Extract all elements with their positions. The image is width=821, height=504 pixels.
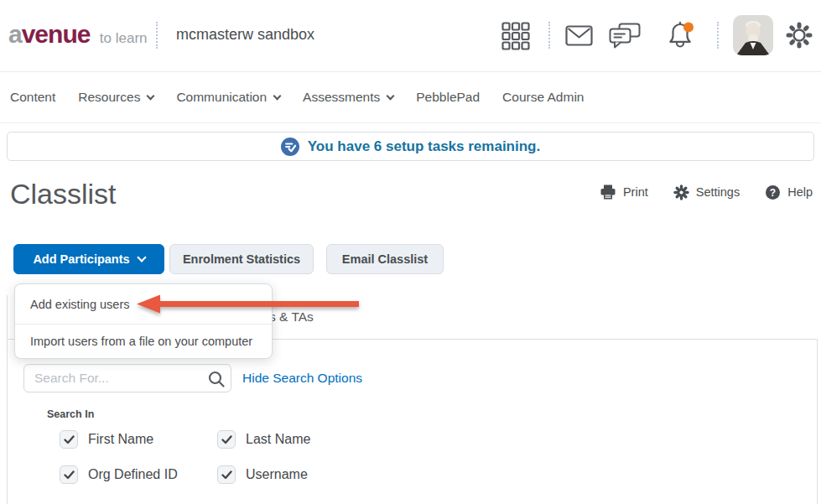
user-avatar[interactable] [733,15,773,55]
chevron-down-icon [387,91,395,100]
checkbox-checked-icon[interactable] [217,465,236,484]
checkbox-org-defined-id[interactable]: Org Defined ID [60,465,178,484]
chevron-down-icon [273,91,282,100]
checkbox-checked-icon[interactable] [60,430,78,449]
logo-suffix: to learn [100,30,148,46]
print-icon [600,184,616,200]
setup-tasks-text[interactable]: You have 6 setup tasks remaining. [308,138,540,155]
top-bar: avenue to learn mcmasterw sandbox [0,0,821,72]
nav-course-admin[interactable]: Course Admin [502,90,584,105]
email-classlist-button[interactable]: Email Classlist [326,244,444,274]
course-navbar: Content Resources Communication Assessme… [0,72,821,123]
chevron-down-icon [137,252,146,262]
search-icon[interactable] [207,370,226,388]
chat-icon[interactable] [609,23,642,54]
settings-button[interactable]: Settings [673,184,740,200]
settings-gear-icon[interactable] [785,21,813,53]
search-panel: Hide Search Options Search In First Name… [7,340,818,504]
print-button[interactable]: Print [600,184,648,200]
menu-item-import-users-from-file[interactable]: Import users from a file on your compute… [15,325,272,358]
nav-resources[interactable]: Resources [78,90,153,105]
avenue-to-learn-logo[interactable]: avenue to learn [8,20,148,49]
divider-dots [548,22,550,49]
tab-students-tas-partial[interactable]: s & TAs [269,309,314,325]
notification-bell-icon[interactable] [664,20,696,55]
checkbox-checked-icon[interactable] [60,465,78,484]
svg-text:?: ? [770,186,776,198]
notification-dot [683,23,694,33]
divider-dots [156,22,158,49]
nav-pebblepad[interactable]: PebblePad [416,90,480,105]
page-title: Classlist [10,178,117,210]
checkbox-label: Org Defined ID [88,467,178,482]
course-title[interactable]: mcmasterw sandbox [176,26,314,44]
hide-search-options-link[interactable]: Hide Search Options [242,371,362,386]
checkbox-username[interactable]: Username [217,465,308,484]
app-grid-icon[interactable] [501,22,530,54]
page-actions: Print Settings ? Help [600,184,813,200]
enrolment-statistics-button[interactable]: Enrolment Statistics [169,244,314,274]
checkbox-checked-icon[interactable] [217,430,236,449]
menu-item-add-existing-users[interactable]: Add existing users [15,284,272,324]
divider-dots [717,22,719,49]
chevron-down-icon [147,91,155,100]
search-in-label: Search In [47,408,94,420]
checkbox-label: Last Name [246,432,310,447]
checkbox-label: First Name [88,432,153,447]
add-participants-button[interactable]: Add Participants [13,244,164,274]
logo-brand: venue [22,20,91,48]
search-input[interactable] [23,364,231,392]
nav-content[interactable]: Content [10,90,55,105]
logo-prefix: a [8,20,22,48]
add-participants-dropdown: Add existing users Import users from a f… [14,283,273,359]
tasks-checklist-icon [281,138,299,156]
email-icon[interactable] [565,25,593,49]
help-icon: ? [765,184,781,200]
setup-tasks-banner: You have 6 setup tasks remaining. [7,132,814,161]
nav-assessments[interactable]: Assessments [303,90,393,105]
nav-communication[interactable]: Communication [176,90,280,105]
checkbox-first-name[interactable]: First Name [60,430,153,449]
checkbox-last-name[interactable]: Last Name [217,430,310,449]
gear-icon [673,184,689,200]
help-button[interactable]: ? Help [765,184,813,200]
classlist-page: avenue to learn mcmasterw sandbox [0,0,821,504]
checkbox-label: Username [246,467,308,482]
